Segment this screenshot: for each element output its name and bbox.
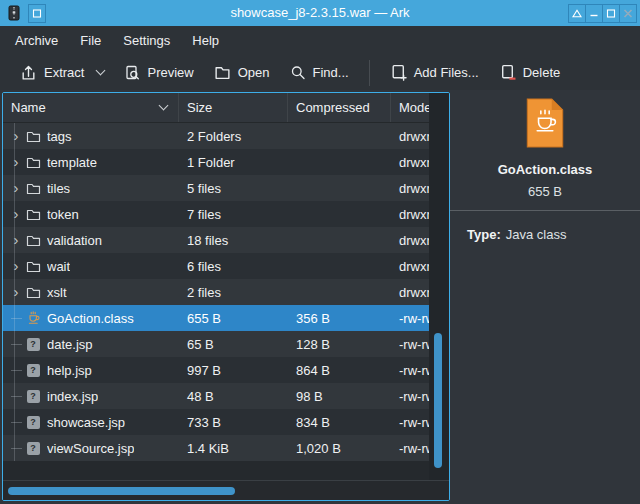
file-size: 48 B xyxy=(179,389,288,404)
file-name: wait xyxy=(47,259,70,274)
file-mode: -rw-rw xyxy=(391,311,429,326)
tree-branch-line xyxy=(7,312,25,324)
find-button[interactable]: Find... xyxy=(280,61,359,85)
table-row[interactable]: ›wait6 filesdrwxr xyxy=(3,253,429,279)
toolbar-button-label: Add Files... xyxy=(414,65,479,80)
column-header-label: Compressed xyxy=(296,100,370,115)
info-file-name: GoAction.class xyxy=(498,162,593,177)
table-row[interactable]: ?help.jsp997 B864 B-rw-rw xyxy=(3,357,429,383)
table-header: NameSizeCompressedMode xyxy=(3,93,429,123)
expander-icon[interactable]: › xyxy=(7,284,25,301)
file-name: xslt xyxy=(47,285,67,300)
file-name: validation xyxy=(47,233,102,248)
extract-icon xyxy=(20,64,37,81)
column-header-mode[interactable]: Mode xyxy=(391,93,429,122)
file-name: index.jsp xyxy=(47,389,98,404)
column-header-compressed[interactable]: Compressed xyxy=(288,93,391,122)
horizontal-scrollbar-track[interactable] xyxy=(3,480,449,500)
file-mode: drwxr xyxy=(391,285,429,300)
expander-icon[interactable]: › xyxy=(7,232,25,249)
file-name: template xyxy=(47,155,97,170)
ark-window: showcase_j8-2.3.15.war — Ark ArchiveFile… xyxy=(0,0,640,504)
toolbar-button-label: Find... xyxy=(313,65,349,80)
menu-item-file[interactable]: File xyxy=(69,26,112,55)
file-size: 5 files xyxy=(179,181,288,196)
table-row[interactable]: ›tiles5 filesdrwxr xyxy=(3,175,429,201)
expander-icon[interactable]: › xyxy=(7,154,25,171)
chevron-down-icon[interactable] xyxy=(96,66,106,76)
folder-icon xyxy=(25,129,41,144)
table-row[interactable]: ›validation18 filesdrwxr xyxy=(3,227,429,253)
open-icon xyxy=(214,65,231,80)
file-size: 2 files xyxy=(179,285,288,300)
toolbar-button-label: Open xyxy=(238,65,270,80)
file-name: tags xyxy=(47,129,72,144)
titlebar-on-all-desktops-button[interactable] xyxy=(28,4,46,23)
file-name: date.jsp xyxy=(47,337,93,352)
expander-icon[interactable]: › xyxy=(7,206,25,223)
expander-icon[interactable]: › xyxy=(7,258,25,275)
folder-icon xyxy=(25,181,41,196)
menubar: ArchiveFileSettingsHelp xyxy=(0,26,640,55)
menu-item-help[interactable]: Help xyxy=(181,26,230,55)
file-compressed-size: 1,020 B xyxy=(288,441,391,456)
table-row[interactable]: ?date.jsp65 B128 B-rw-rw xyxy=(3,331,429,357)
sort-indicator-icon xyxy=(159,101,169,111)
menu-item-settings[interactable]: Settings xyxy=(112,26,181,55)
file-info-panel: GoAction.class 655 B Type:Java class xyxy=(450,90,640,504)
info-type-row: Type:Java class xyxy=(450,211,640,242)
unknown-file-icon: ? xyxy=(25,441,41,456)
toolbar-button-label: Delete xyxy=(523,65,561,80)
file-mode: drwxr xyxy=(391,181,429,196)
folder-icon xyxy=(25,155,41,170)
keep-above-button[interactable] xyxy=(568,4,586,23)
file-mode: -rw-rw xyxy=(391,441,429,456)
tree-branch-line xyxy=(7,338,25,350)
unknown-file-icon: ? xyxy=(25,337,41,352)
type-value: Java class xyxy=(506,227,567,242)
toolbar: ExtractPreviewOpenFind...Add Files...Del… xyxy=(0,55,640,90)
maximize-button[interactable] xyxy=(602,4,620,23)
table-row[interactable]: ›xslt2 filesdrwxr xyxy=(3,279,429,305)
table-row[interactable]: ?showcase.jsp733 B834 B-rw-rw xyxy=(3,409,429,435)
folder-icon xyxy=(25,207,41,222)
open-button[interactable]: Open xyxy=(204,61,280,84)
table-row[interactable]: ›tags2 Foldersdrwxr xyxy=(3,123,429,149)
table-row[interactable]: ?viewSource.jsp1.4 KiB1,020 B-rw-rw xyxy=(3,435,429,461)
archive-list-panel[interactable]: NameSizeCompressedMode ›tags2 Foldersdrw… xyxy=(2,92,450,501)
vertical-scrollbar-track[interactable] xyxy=(429,93,449,480)
main-area: NameSizeCompressedMode ›tags2 Foldersdrw… xyxy=(0,90,640,504)
file-size: 18 files xyxy=(179,233,288,248)
close-button[interactable] xyxy=(619,4,637,23)
file-size: 6 files xyxy=(179,259,288,274)
column-header-size[interactable]: Size xyxy=(179,93,288,122)
java-class-file-icon xyxy=(524,98,566,151)
delete-button[interactable]: Delete xyxy=(489,60,571,85)
expander-icon[interactable]: › xyxy=(7,180,25,197)
minimize-button[interactable] xyxy=(585,4,603,23)
preview-button[interactable]: Preview xyxy=(114,61,203,85)
table-row[interactable]: ›token7 filesdrwxr xyxy=(3,201,429,227)
column-header-name[interactable]: Name xyxy=(3,93,179,122)
menu-item-archive[interactable]: Archive xyxy=(4,26,69,55)
file-size: 7 files xyxy=(179,207,288,222)
table-row[interactable]: GoAction.class655 B356 B-rw-rw xyxy=(3,305,429,331)
file-mode: drwxr xyxy=(391,207,429,222)
vertical-scrollbar-thumb[interactable] xyxy=(434,333,442,468)
file-size: 1 Folder xyxy=(179,155,288,170)
expander-icon[interactable]: › xyxy=(7,128,25,145)
table-row[interactable]: ?index.jsp48 B98 B-rw-rw xyxy=(3,383,429,409)
extract-button[interactable]: Extract xyxy=(10,60,114,85)
file-mode: drwxr xyxy=(391,233,429,248)
file-name: help.jsp xyxy=(47,363,92,378)
file-name: showcase.jsp xyxy=(47,415,125,430)
titlebar[interactable]: showcase_j8-2.3.15.war — Ark xyxy=(0,0,640,26)
addfiles-button[interactable]: Add Files... xyxy=(380,60,489,85)
horizontal-scrollbar-thumb[interactable] xyxy=(8,487,235,495)
unknown-file-icon: ? xyxy=(25,363,41,378)
ark-app-icon[interactable] xyxy=(6,5,22,21)
file-mode: drwxr xyxy=(391,129,429,144)
folder-icon xyxy=(25,285,41,300)
table-row[interactable]: ›template1 Folderdrwxr xyxy=(3,149,429,175)
type-label: Type: xyxy=(467,227,501,242)
